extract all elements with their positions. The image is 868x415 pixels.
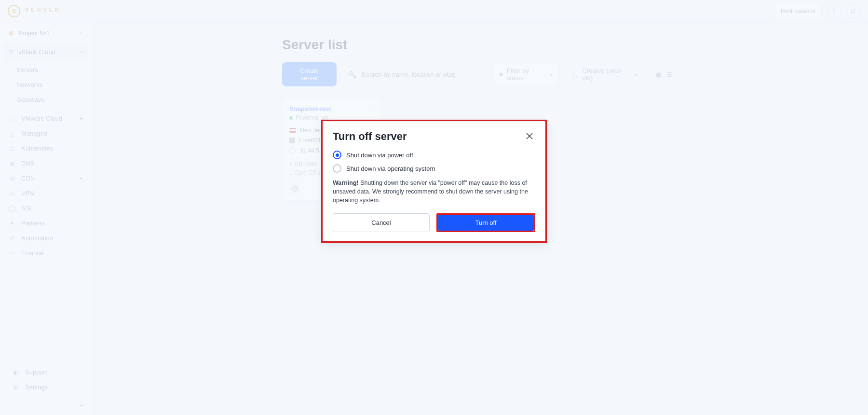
modal-title: Turn off server — [333, 130, 407, 143]
option-power-off[interactable]: Shut down via power off — [333, 151, 535, 159]
modal-overlay: Turn off server Shut down via power off … — [0, 0, 868, 415]
turn-off-server-modal: Turn off server Shut down via power off … — [323, 121, 545, 241]
cancel-button[interactable]: Cancel — [333, 213, 430, 232]
radio-unselected-icon — [333, 164, 341, 173]
warning-text: Warning! Shutting down the server via "p… — [333, 179, 535, 205]
turn-off-highlight: Turn off — [436, 213, 535, 232]
modal-highlight: Turn off server Shut down via power off … — [321, 120, 547, 243]
option-os-shutdown[interactable]: Shut down via operating system — [333, 164, 535, 173]
turn-off-button[interactable]: Turn off — [438, 215, 534, 231]
radio-selected-icon — [333, 151, 341, 159]
close-icon[interactable] — [524, 130, 535, 142]
